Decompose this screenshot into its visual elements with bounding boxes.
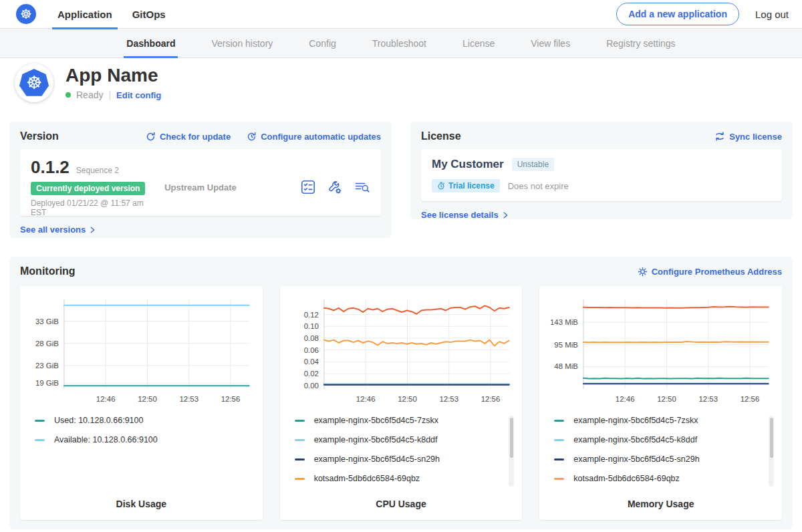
see-all-versions-label: See all versions — [20, 225, 86, 235]
legend-label: kotsadm-5db6dc6584-69qbz — [314, 474, 420, 483]
chevron-right-icon — [90, 226, 96, 234]
subnav-view-files[interactable]: View files — [531, 29, 570, 58]
legend-swatch-icon — [35, 439, 45, 441]
sync-license-link[interactable]: Sync license — [714, 131, 782, 142]
legend-label: kotsadm-5db6dc6584-69qbz — [573, 474, 679, 483]
legend-item: example-nginx-5bc6f5d4c5-sn29h — [554, 454, 761, 464]
kubernetes-logo-icon: ☸ — [16, 4, 36, 24]
legend-label: example-nginx-5bc6f5d4c5-7zskx — [314, 416, 438, 425]
disk-usage-legend: Used: 10.128.0.66:9100Available: 10.128.… — [35, 416, 256, 497]
subnav-license[interactable]: License — [462, 29, 495, 58]
svg-text:0.10: 0.10 — [303, 322, 318, 330]
svg-text:48 MiB: 48 MiB — [555, 362, 579, 370]
preflight-checks-icon[interactable] — [301, 180, 315, 194]
legend-item: example-nginx-5bc6f5d4c5-k8ddf — [295, 435, 501, 444]
svg-text:12:50: 12:50 — [398, 395, 417, 403]
add-application-button[interactable]: Add a new application — [616, 3, 739, 25]
legend-item: example-nginx-5bc6f5d4c5-sn29h — [295, 454, 501, 464]
legend-label: example-nginx-5bc6f5d4c5-k8ddf — [314, 435, 438, 444]
deploy-logs-icon[interactable] — [354, 180, 370, 194]
legend-swatch-icon — [295, 420, 305, 422]
version-number: 0.1.2 — [31, 157, 70, 178]
logout-button[interactable]: Log out — [755, 9, 789, 20]
sequence-label: Sequence 2 — [76, 166, 119, 175]
license-expiry: Does not expire — [508, 181, 569, 191]
stopwatch-icon — [437, 182, 445, 190]
legend-swatch-icon — [554, 439, 564, 441]
svg-text:12:53: 12:53 — [439, 395, 458, 403]
memory-usage-legend: example-nginx-5bc6f5d4c5-7zskxexample-ng… — [554, 416, 775, 497]
legend-swatch-icon — [554, 478, 564, 480]
svg-text:33 GiB: 33 GiB — [35, 317, 59, 325]
legend-item: example-nginx-5bc6f5d4c5-7zskx — [295, 416, 501, 425]
svg-text:0.12: 0.12 — [303, 311, 318, 319]
legend-scrollbar[interactable] — [769, 416, 774, 487]
disk-usage-chart: 19 GiB23 GiB28 GiB33 GiB12:4612:5012:531… — [27, 293, 256, 408]
upstream-update-label: Upstream Update — [151, 182, 250, 192]
legend-swatch-icon — [35, 420, 45, 422]
deployed-version-badge: Currently deployed version — [31, 182, 145, 195]
monitoring-panel: Monitoring Configure Prometheus Address … — [9, 257, 793, 529]
license-card: My Customer Unstable Trial license Does … — [421, 149, 782, 201]
legend-label: example-nginx-5bc6f5d4c5-k8ddf — [573, 435, 697, 444]
legend-scrollbar-thumb[interactable] — [770, 418, 773, 458]
legend-label: Used: 10.128.0.66:9100 — [54, 416, 143, 425]
legend-label: example-nginx-5bc6f5d4c5-sn29h — [314, 454, 440, 464]
memory-usage-chart: 48 MiB95 MiB143 MiB12:4612:5012:5312:56 — [546, 293, 775, 408]
legend-swatch-icon — [295, 478, 305, 480]
see-all-versions-link[interactable]: See all versions — [20, 225, 96, 235]
trial-license-badge: Trial license — [432, 179, 500, 192]
status-dot-icon — [65, 92, 71, 98]
cpu-usage-chart: 0.000.020.040.060.080.100.1212:4612:5012… — [287, 293, 516, 408]
subnav-version-history[interactable]: Version history — [211, 29, 273, 58]
legend-label: example-nginx-5bc6f5d4c5-sn29h — [573, 454, 699, 464]
subnav-registry-settings[interactable]: Registry settings — [606, 29, 675, 58]
memory-usage-title: Memory Usage — [546, 499, 775, 509]
see-license-details-link[interactable]: See license details — [421, 210, 509, 220]
subnav-dashboard[interactable]: Dashboard — [126, 29, 175, 58]
configure-automatic-updates-label: Configure automatic updates — [261, 132, 381, 142]
legend-scrollbar[interactable] — [509, 416, 514, 487]
monitoring-title: Monitoring — [20, 265, 76, 277]
memory-usage-card: 48 MiB95 MiB143 MiB12:4612:5012:5312:56 … — [539, 286, 782, 520]
see-license-details-label: See license details — [421, 210, 499, 220]
legend-swatch-icon — [295, 439, 305, 441]
configure-prometheus-link[interactable]: Configure Prometheus Address — [638, 267, 782, 277]
legend-swatch-icon — [295, 458, 305, 460]
legend-item: example-nginx-5bc6f5d4c5-k8ddf — [554, 435, 761, 444]
svg-text:28 GiB: 28 GiB — [35, 340, 59, 348]
app-title: App Name — [65, 65, 161, 86]
configure-automatic-updates-link[interactable]: Configure automatic updates — [247, 132, 381, 142]
legend-item: kotsadm-5db6dc6584-69qbz — [295, 474, 501, 483]
customer-name: My Customer — [432, 158, 504, 171]
subnav-troubleshoot[interactable]: Troubleshoot — [372, 29, 426, 58]
svg-text:12:53: 12:53 — [179, 395, 198, 403]
edit-config-link[interactable]: Edit config — [116, 90, 161, 100]
config-wrench-icon[interactable] — [327, 180, 342, 194]
app-header: ☸ App Name Ready | Edit config — [0, 58, 802, 108]
legend-scrollbar-thumb[interactable] — [510, 418, 513, 458]
svg-text:12:50: 12:50 — [657, 395, 676, 403]
version-panel-title: Version — [20, 130, 59, 142]
svg-text:0.02: 0.02 — [303, 370, 318, 378]
check-for-update-link[interactable]: Check for update — [146, 132, 231, 142]
legend-swatch-icon — [554, 458, 564, 460]
svg-text:12:50: 12:50 — [138, 395, 157, 403]
version-panel: Version Check for update Configure autom… — [9, 122, 392, 238]
legend-item: kotsadm-5db6dc6584-69qbz — [554, 474, 761, 483]
svg-text:12:56: 12:56 — [221, 395, 241, 403]
channel-badge: Unstable — [512, 158, 554, 171]
tab-gitops[interactable]: GitOps — [132, 0, 166, 29]
legend-item: example-nginx-5bc6f5d4c5-7zskx — [554, 416, 761, 425]
sync-arrows-icon — [714, 131, 725, 142]
svg-text:12:46: 12:46 — [616, 395, 635, 403]
svg-text:0.04: 0.04 — [303, 358, 319, 366]
svg-text:0.00: 0.00 — [303, 382, 318, 390]
top-nav-bar: ☸ Application GitOps Add a new applicati… — [0, 0, 802, 29]
app-avatar: ☸ — [15, 63, 53, 102]
subnav-config[interactable]: Config — [309, 29, 336, 58]
tab-application[interactable]: Application — [57, 0, 112, 29]
svg-text:12:53: 12:53 — [699, 395, 718, 403]
svg-text:0.06: 0.06 — [303, 346, 318, 354]
svg-text:12:56: 12:56 — [481, 395, 500, 403]
